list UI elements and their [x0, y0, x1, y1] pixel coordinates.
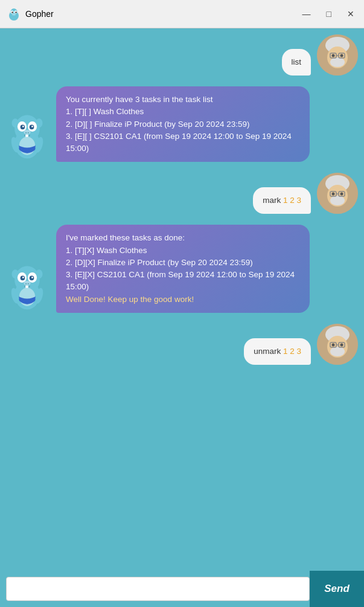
- user-avatar-2: [317, 173, 358, 214]
- bot-avatar-2: [6, 259, 51, 313]
- svg-point-37: [332, 193, 335, 196]
- message-row-5: unmark 1 2 3: [6, 324, 358, 365]
- user-bubble-1: list: [282, 49, 311, 75]
- input-bar: Send: [0, 571, 364, 607]
- bubble-text: unmark 1 2 3: [254, 345, 301, 358]
- bot2-line-0: I've marked these tasks as done:: [66, 232, 300, 244]
- close-button[interactable]: ✕: [345, 8, 357, 20]
- user-avatar-1: [317, 34, 358, 75]
- svg-point-25: [22, 126, 24, 127]
- svg-point-27: [24, 130, 30, 135]
- svg-point-11: [340, 54, 343, 57]
- svg-point-10: [332, 54, 335, 57]
- user-bubble-3: unmark 1 2 3: [244, 338, 311, 365]
- title-bar: Gopher — □ ✕: [0, 0, 364, 28]
- bot-line-1-2: 2. [D][ ] Finalize iP Product (by Sep 20…: [66, 118, 300, 130]
- window-controls: — □ ✕: [300, 8, 357, 20]
- svg-point-53: [31, 277, 33, 278]
- svg-point-56: [27, 283, 29, 284]
- message-row-1: list: [6, 34, 358, 75]
- bubble-text: list: [292, 56, 302, 68]
- svg-point-38: [340, 193, 343, 196]
- bot2-line-4: Well Done! Keep up the good work!: [66, 294, 300, 306]
- bot2-line-3: 3. [E][X] CS2101 CA1 (from Sep 19 2024 1…: [66, 269, 300, 294]
- send-button[interactable]: Send: [310, 571, 364, 607]
- svg-point-39: [330, 196, 345, 205]
- message-input[interactable]: [6, 577, 310, 601]
- app-title: Gopher: [25, 9, 300, 19]
- svg-point-66: [330, 347, 345, 356]
- user-avatar-3: [317, 324, 358, 365]
- svg-point-12: [330, 57, 345, 67]
- message-row-2: You currently have 3 tasks in the task l…: [6, 86, 358, 162]
- bot-avatar-1: [6, 108, 51, 162]
- message-row-4: I've marked these tasks as done: 1. [T][…: [6, 225, 358, 313]
- svg-point-6: [12, 14, 16, 16]
- svg-point-65: [340, 343, 343, 346]
- svg-point-5: [15, 11, 16, 13]
- svg-point-55: [25, 283, 27, 284]
- user-bubble-2: mark 1 2 3: [253, 187, 311, 214]
- bot2-line-1: 1. [T][X] Wash Clothes: [66, 245, 300, 257]
- svg-point-28: [25, 132, 27, 133]
- svg-point-29: [27, 132, 29, 133]
- minimize-button[interactable]: —: [300, 8, 313, 20]
- bot-line-1-0: You currently have 3 tasks in the task l…: [66, 94, 300, 106]
- svg-point-26: [31, 126, 33, 127]
- bubble-text: mark 1 2 3: [263, 194, 301, 207]
- message-row-3: mark 1 2 3: [6, 173, 358, 214]
- maximize-button[interactable]: □: [324, 8, 334, 20]
- chat-area: list: [0, 28, 364, 571]
- svg-point-64: [332, 343, 335, 346]
- svg-point-4: [11, 11, 13, 13]
- bot-bubble-2: I've marked these tasks as done: 1. [T][…: [56, 225, 310, 313]
- bot-bubble-1: You currently have 3 tasks in the task l…: [56, 86, 310, 162]
- app-icon: [7, 7, 21, 21]
- bot2-line-2: 2. [D][X] Finalize iP Product (by Sep 20…: [66, 257, 300, 269]
- bot-line-1-1: 1. [T][ ] Wash Clothes: [66, 106, 300, 118]
- svg-point-52: [22, 277, 24, 278]
- bot-line-1-3: 3. [E][ ] CS2101 CA1 (from Sep 19 2024 1…: [66, 130, 300, 155]
- svg-point-54: [24, 281, 30, 286]
